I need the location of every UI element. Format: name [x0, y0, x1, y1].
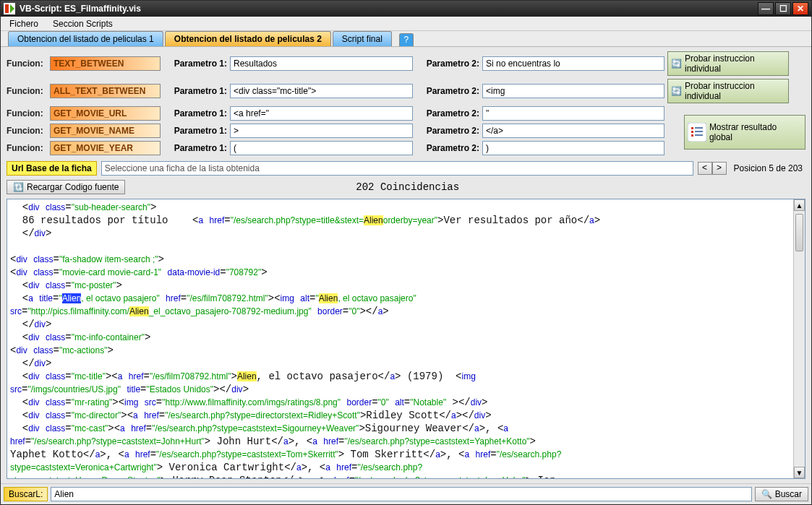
label-param2: Parametro 2:: [420, 59, 479, 69]
tab-script-final[interactable]: Script final: [333, 31, 392, 46]
param1-input[interactable]: [230, 56, 413, 71]
search-bar: BuscarL: 🔍 Buscar: [1, 483, 811, 504]
param-row: Funcion: TEXT_BETWEEN Parametro 1: Param…: [7, 51, 805, 76]
param2-input[interactable]: [482, 106, 664, 121]
probar-button[interactable]: 🔄Probar instruccion individual: [667, 51, 789, 76]
func-box: ALL_TEXT_BETWEEN: [50, 84, 161, 98]
global-result-button[interactable]: Mostrar resultado global: [684, 115, 805, 150]
menubar: Fichero Seccion Scripts: [1, 17, 811, 31]
tab-peliculas-1[interactable]: Obtencion del listado de peliculas 1: [8, 31, 163, 46]
refresh-icon: 🔃: [13, 182, 24, 192]
window-title: VB-Script: ES_Filmaffinity.vis: [20, 4, 141, 14]
param1-input[interactable]: [230, 84, 413, 98]
titlebar: VB-Script: ES_Filmaffinity.vis — ☐ ✕: [1, 1, 811, 17]
scrollbar[interactable]: ▲ ▼: [793, 199, 805, 478]
url-row: Url Base de la ficha < > Posicion 5 de 2…: [7, 161, 805, 176]
scroll-down-button[interactable]: ▼: [794, 467, 805, 478]
func-box: GET_MOVIE_NAME: [50, 124, 161, 138]
maximize-button[interactable]: ☐: [775, 2, 791, 15]
label-param1: Parametro 1:: [168, 59, 227, 69]
reload-icon: 🔄: [671, 59, 682, 69]
app-icon: [4, 3, 15, 14]
close-button[interactable]: ✕: [792, 2, 808, 15]
param1-input[interactable]: [230, 106, 413, 121]
coincidencias-label: 202 Coincidencias: [125, 181, 690, 193]
svg-rect-1: [5, 4, 9, 13]
reload-icon: 🔄: [671, 86, 682, 96]
param2-input[interactable]: [482, 124, 664, 138]
param-row: Funcion: ALL_TEXT_BETWEEN Parametro 1: P…: [7, 79, 805, 103]
func-box: GET_MOVIE_YEAR: [50, 141, 161, 155]
menu-seccion-scripts[interactable]: Seccion Scripts: [48, 17, 117, 30]
url-base-input[interactable]: [101, 161, 693, 176]
scroll-thumb[interactable]: [795, 214, 803, 251]
position-label: Posicion 5 de 203: [731, 163, 805, 173]
label-funcion: Funcion:: [7, 59, 47, 69]
param-row: Funcion: GET_MOVIE_URL Parametro 1: Para…: [7, 106, 681, 121]
tab-help[interactable]: ?: [399, 33, 414, 46]
search-input[interactable]: [51, 487, 751, 501]
svg-rect-3: [691, 127, 693, 129]
url-base-label: Url Base de la ficha: [7, 161, 97, 176]
param2-input[interactable]: [482, 141, 664, 155]
source-code-area[interactable]: <div class="sub-header-search"> 86 resul…: [7, 199, 805, 479]
scroll-up-button[interactable]: ▲: [794, 199, 805, 211]
search-icon: 🔍: [761, 489, 772, 499]
func-box: GET_MOVIE_URL: [50, 106, 161, 121]
prev-button[interactable]: <: [698, 162, 712, 175]
buscar-button[interactable]: 🔍 Buscar: [755, 487, 808, 501]
param2-input[interactable]: [482, 56, 664, 71]
func-box: TEXT_BETWEEN: [50, 56, 161, 71]
param2-input[interactable]: [482, 84, 664, 98]
minimize-button[interactable]: —: [758, 2, 774, 15]
menu-fichero[interactable]: Fichero: [5, 17, 43, 30]
param1-input[interactable]: [230, 124, 413, 138]
svg-rect-5: [691, 134, 693, 137]
param-row: Funcion: GET_MOVIE_YEAR Parametro 1: Par…: [7, 141, 681, 155]
tabbar: Obtencion del listado de peliculas 1 Obt…: [1, 31, 811, 47]
reload-source-button[interactable]: 🔃 Recargar Codigo fuente: [7, 180, 125, 194]
param-row: Funcion: GET_MOVIE_NAME Parametro 1: Par…: [7, 124, 681, 138]
tab-peliculas-2[interactable]: Obtencion del listado de peliculas 2: [165, 31, 331, 46]
next-button[interactable]: >: [712, 162, 727, 175]
list-icon: [688, 123, 706, 142]
search-label: BuscarL:: [4, 487, 48, 501]
probar-button[interactable]: 🔄Probar instruccion individual: [667, 79, 789, 103]
param1-input[interactable]: [230, 141, 413, 155]
svg-rect-4: [691, 131, 693, 133]
